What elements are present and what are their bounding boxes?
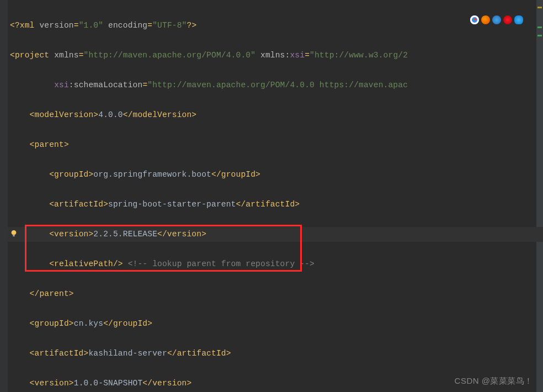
code-line[interactable]: xsi:schemaLocation="http://maven.apache.… — [10, 78, 543, 93]
svg-point-0 — [12, 230, 17, 235]
code-line[interactable]: <?xml version="1.0" encoding="UTF-8"?> — [10, 18, 543, 33]
safari-icon[interactable] — [492, 15, 501, 24]
firefox-icon[interactable] — [481, 15, 490, 24]
svg-rect-1 — [13, 235, 15, 237]
code-line[interactable]: <groupId>cn.kys</groupId> — [10, 316, 543, 331]
browser-preview-icons[interactable] — [470, 15, 523, 24]
chrome-icon[interactable] — [470, 15, 479, 24]
code-line[interactable]: <relativePath/> <!-- lookup parent from … — [10, 257, 543, 272]
code-line[interactable]: <version>2.2.5.RELEASE</version> — [10, 227, 543, 242]
ie-icon[interactable] — [514, 15, 523, 24]
code-line[interactable]: <groupId>org.springframework.boot</group… — [10, 167, 543, 182]
code-line[interactable]: <parent> — [10, 137, 543, 152]
watermark-text: CSDN @菜菜菜鸟！ — [455, 376, 533, 386]
code-line[interactable]: <artifactId>kashiland-server</artifactId… — [10, 346, 543, 361]
code-line[interactable]: <artifactId>spring-boot-starter-parent</… — [10, 197, 543, 212]
code-editor[interactable]: <?xml version="1.0" encoding="UTF-8"?> <… — [0, 0, 543, 392]
opera-icon[interactable] — [503, 15, 512, 24]
intention-bulb-icon[interactable] — [10, 230, 18, 237]
code-line[interactable]: <modelVersion>4.0.0</modelVersion> — [10, 108, 543, 123]
code-line[interactable]: </parent> — [10, 287, 543, 301]
code-line[interactable]: <project xmlns="http://maven.apache.org/… — [10, 48, 543, 63]
